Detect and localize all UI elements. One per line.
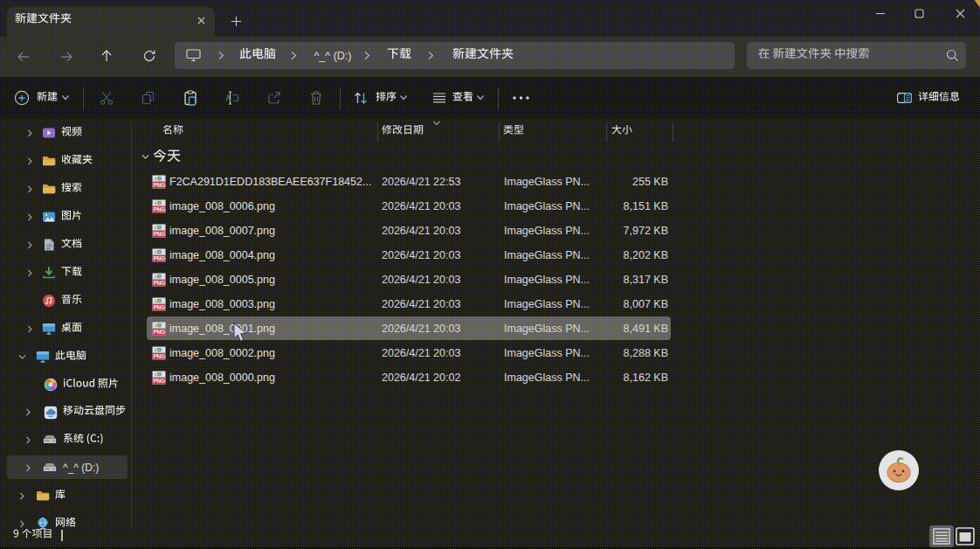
svg-text:PNG: PNG	[153, 280, 165, 286]
svg-text:PNG: PNG	[153, 378, 165, 384]
svg-text:PNG: PNG	[153, 182, 165, 188]
svg-text:PNG: PNG	[153, 206, 165, 212]
svg-text:PNG: PNG	[153, 353, 165, 359]
svg-text:PNG: PNG	[153, 329, 165, 335]
svg-text:PNG: PNG	[153, 255, 165, 261]
svg-text:PNG: PNG	[153, 231, 165, 237]
svg-text:PNG: PNG	[153, 304, 165, 310]
